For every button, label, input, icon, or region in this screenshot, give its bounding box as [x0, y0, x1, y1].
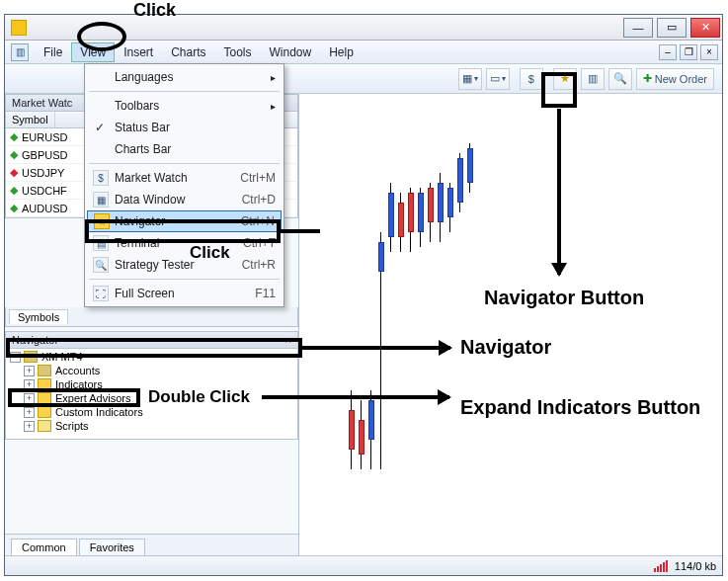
connection-status: 114/0 kb — [675, 560, 716, 572]
menu-toolbars-label: Toolbars — [115, 99, 159, 113]
annotation-box-indicators — [8, 388, 140, 407]
folder-icon — [38, 420, 51, 432]
tab-favorites[interactable]: Favorites — [79, 539, 145, 555]
window-controls: — ▭ ✕ — [621, 15, 722, 41]
menu-status-bar[interactable]: ✓ Status Bar — [87, 117, 282, 138]
mw-symbol: USDJPY — [22, 167, 64, 179]
menu-toolbars[interactable]: Toolbars ▸ — [87, 95, 282, 117]
mdi-restore[interactable]: ❐ — [680, 44, 697, 60]
expand-toggle[interactable]: + — [24, 366, 35, 376]
mw-symbol: EURUSD — [22, 131, 67, 143]
menu-help[interactable]: Help — [320, 42, 363, 62]
menu-strategy-tester[interactable]: 🔍 Strategy Tester Ctrl+R — [87, 254, 282, 276]
menu-full-screen[interactable]: ⛶ Full Screen F11 — [87, 283, 282, 304]
menu-charts[interactable]: Charts — [162, 42, 214, 62]
annotation-line1 — [281, 229, 320, 233]
market-watch-tabs: Symbols — [5, 307, 298, 327]
tab-common[interactable]: Common — [11, 539, 77, 555]
tree-label: Custom Indicators — [55, 406, 143, 418]
menu-data-window-label: Data Window — [115, 193, 185, 207]
full-screen-icon: ⛶ — [93, 286, 109, 301]
data-window-icon: ▦ — [93, 192, 109, 208]
mdi-minimize[interactable]: – — [659, 44, 677, 60]
tree-scripts[interactable]: + Scripts — [8, 419, 295, 433]
tree-accounts[interactable]: + Accounts — [8, 364, 295, 377]
tb-new-chart[interactable]: ▦ — [458, 68, 482, 90]
up-arrow-icon: ◆ — [10, 130, 18, 143]
tab-symbols[interactable]: Symbols — [9, 309, 68, 324]
down-arrow-icon: ◆ — [10, 166, 18, 179]
tb-new-order-label: New Order — [655, 73, 707, 85]
tb-terminal[interactable]: ▥ — [581, 68, 605, 90]
maximize-button[interactable]: ▭ — [657, 18, 687, 38]
menu-status-bar-label: Status Bar — [115, 121, 170, 134]
menu-market-watch-label: Market Watch — [115, 171, 188, 185]
menu-languages[interactable]: Languages ▸ — [87, 66, 282, 88]
annotation-box-navigator-header — [6, 338, 302, 358]
folder-icon — [38, 365, 51, 376]
tree-label: Scripts — [55, 420, 89, 432]
plus-icon: ✚ — [643, 72, 652, 85]
menu-charts-bar-label: Charts Bar — [115, 142, 171, 156]
market-watch-icon: $ — [93, 170, 109, 186]
menu-tools[interactable]: Tools — [215, 42, 261, 62]
close-button[interactable]: ✕ — [690, 18, 720, 38]
strategy-tester-icon: 🔍 — [93, 257, 109, 273]
menu-strategy-tester-label: Strategy Tester — [115, 258, 194, 272]
menu-separator — [89, 163, 280, 164]
shortcut: Ctrl+D — [242, 193, 276, 207]
annotation-box-navigator-menu — [85, 219, 281, 243]
mdi-close[interactable]: × — [700, 44, 718, 60]
tb-profiles[interactable]: ▭ — [486, 68, 510, 90]
menu-separator — [89, 91, 280, 92]
view-menu-dropdown: Languages ▸ Toolbars ▸ ✓ Status Bar Char… — [84, 63, 284, 307]
folder-icon — [38, 406, 51, 418]
shortcut: Ctrl+M — [240, 171, 276, 185]
annotation-arrow-nav-button — [557, 109, 561, 275]
menu-data-window[interactable]: ▦ Data Window Ctrl+D — [87, 189, 282, 210]
annotation-click2: Click — [190, 243, 230, 263]
up-arrow-icon: ◆ — [10, 202, 18, 214]
menu-file[interactable]: File — [35, 42, 71, 62]
annotation-click1: Click — [133, 0, 176, 21]
tree-label: Accounts — [55, 365, 100, 376]
expand-toggle[interactable]: + — [24, 421, 35, 432]
menu-charts-bar[interactable]: Charts Bar — [87, 138, 282, 160]
annotation-expand: Expand Indicators Button — [460, 395, 700, 419]
connection-bars-icon — [654, 560, 669, 572]
market-watch-title: Market Watc — [12, 97, 72, 109]
annotation-nav-button: Navigator Button — [484, 287, 644, 309]
mw-symbol: GBPUSD — [22, 149, 67, 161]
menu-market-watch[interactable]: $ Market Watch Ctrl+M — [87, 167, 282, 189]
app-icon — [11, 20, 27, 36]
navigator-bottom-tabs: Common Favorites — [5, 534, 298, 555]
mw-symbol: USDCHF — [22, 185, 67, 197]
menu-full-screen-label: Full Screen — [115, 287, 175, 300]
submenu-arrow-icon: ▸ — [271, 72, 276, 83]
mw-symbol: AUDUSD — [22, 203, 67, 214]
chart-area[interactable] — [299, 94, 722, 555]
annotation-double-click: Double Click — [148, 387, 250, 407]
annotation-ellipse-view — [77, 22, 126, 51]
annotation-arrow-navigator — [302, 346, 450, 350]
annotation-navigator: Navigator — [460, 336, 551, 359]
tree-custom-indicators[interactable]: + Custom Indicators — [8, 405, 295, 419]
tb-new-order[interactable]: ✚ New Order — [636, 68, 714, 90]
menu-separator — [89, 279, 280, 280]
menu-window[interactable]: Window — [261, 42, 321, 62]
up-arrow-icon: ◆ — [10, 148, 18, 161]
expand-toggle[interactable]: + — [24, 407, 35, 418]
minimize-button[interactable]: — — [623, 18, 653, 38]
up-arrow-icon: ◆ — [10, 184, 18, 197]
tb-strategy-tester[interactable]: 🔍 — [608, 68, 632, 90]
shortcut: Ctrl+R — [242, 258, 276, 272]
col-symbol[interactable]: Symbol — [6, 112, 55, 127]
status-bar: 114/0 kb — [5, 555, 722, 575]
submenu-arrow-icon: ▸ — [271, 101, 276, 112]
annotation-arrow-expand — [262, 395, 449, 399]
tb-market-watch[interactable]: $ — [520, 68, 543, 90]
mdi-icon[interactable]: ▥ — [11, 43, 29, 61]
annotation-box-nav-button — [541, 72, 577, 108]
check-icon: ✓ — [95, 121, 105, 134]
shortcut: F11 — [255, 287, 276, 300]
